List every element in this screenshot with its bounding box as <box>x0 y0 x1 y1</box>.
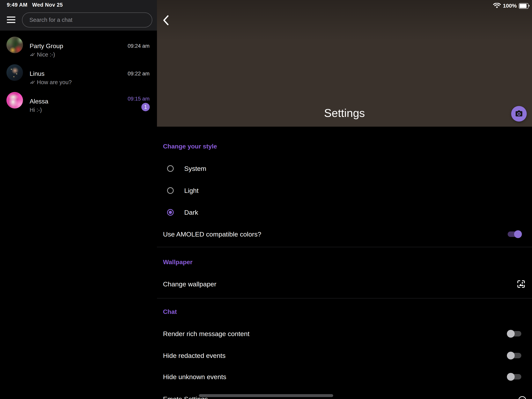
hide-redacted-events-toggle[interactable] <box>507 352 522 360</box>
avatar <box>6 64 23 81</box>
chat-preview: ✓✓Nice :-) <box>30 51 55 58</box>
chat-list-item-linus[interactable]: Linus ✓✓How are you? 09:22 am <box>0 64 157 92</box>
change-avatar-camera-button[interactable] <box>511 106 527 122</box>
chat-preview: ✓✓How are you? <box>30 79 72 85</box>
status-date: Wed Nov 25 <box>32 2 63 8</box>
render-rich-content-toggle[interactable] <box>507 330 522 338</box>
read-receipt-icon: ✓✓ <box>30 79 33 85</box>
back-button[interactable] <box>162 15 173 26</box>
chat-list-item-alessa[interactable]: Alessa Hi :-) 09:15 am 1 <box>0 92 157 120</box>
radio-dark[interactable] <box>167 209 174 216</box>
chat-preview: Hi :-) <box>30 107 42 113</box>
section-divider <box>157 298 532 298</box>
hide-redacted-events-label: Hide redacted events <box>163 352 226 360</box>
render-rich-content-label: Render rich message content <box>163 330 249 338</box>
radio-light[interactable] <box>167 187 174 194</box>
chat-list-panel: 9:49 AMWed Nov 25 Party Group ✓✓Nice :-)… <box>0 0 157 399</box>
hide-unknown-events-toggle[interactable] <box>507 373 522 381</box>
unread-badge: 1 <box>141 103 150 111</box>
settings-panel: 100% Settings Change your style System L… <box>157 0 532 399</box>
change-wallpaper-row[interactable]: Change wallpaper <box>163 280 216 288</box>
battery-percent: 100% <box>503 3 517 9</box>
chat-timestamp: 09:24 am <box>127 43 150 49</box>
chat-timestamp: 09:22 am <box>127 71 150 77</box>
chat-list-item-party-group[interactable]: Party Group ✓✓Nice :-) 09:24 am <box>0 37 157 64</box>
read-receipt-icon: ✓✓ <box>30 52 33 58</box>
chat-name: Alessa <box>30 98 48 105</box>
home-indicator[interactable] <box>199 394 333 397</box>
radio-system[interactable] <box>167 165 174 172</box>
page-title: Settings <box>157 106 532 119</box>
app-root: 9:49 AMWed Nov 25 Party Group ✓✓Nice :-)… <box>0 0 532 399</box>
search-input[interactable] <box>29 17 143 23</box>
radio-light-label[interactable]: Light <box>184 187 199 194</box>
section-heading-style: Change your style <box>163 143 217 150</box>
emoji-icon[interactable] <box>518 396 527 399</box>
avatar <box>6 92 23 109</box>
battery-icon <box>519 3 528 9</box>
status-time: 9:49 AM <box>7 2 27 8</box>
wifi-icon <box>493 3 501 9</box>
sidebar-header: 9:49 AMWed Nov 25 <box>0 0 157 31</box>
hide-unknown-events-label: Hide unknown events <box>163 373 226 381</box>
radio-dark-label[interactable]: Dark <box>184 209 198 216</box>
section-divider <box>157 247 532 247</box>
chat-timestamp: 09:15 am <box>127 96 150 102</box>
status-bar-right: 100% <box>493 3 528 9</box>
amoled-toggle[interactable] <box>507 230 522 238</box>
amoled-row-label: Use AMOLED compatible colors? <box>163 231 261 238</box>
section-heading-wallpaper: Wallpaper <box>163 258 193 266</box>
camera-icon <box>514 109 523 118</box>
chat-search-field[interactable] <box>22 13 152 27</box>
image-icon[interactable] <box>516 279 526 290</box>
section-heading-chat: Chat <box>163 308 177 315</box>
menu-icon[interactable] <box>7 17 15 24</box>
status-bar-left: 9:49 AMWed Nov 25 <box>7 2 63 8</box>
radio-system-label[interactable]: System <box>184 165 206 172</box>
chat-name: Party Group <box>30 42 63 50</box>
chat-name: Linus <box>30 70 44 77</box>
avatar <box>6 37 23 53</box>
